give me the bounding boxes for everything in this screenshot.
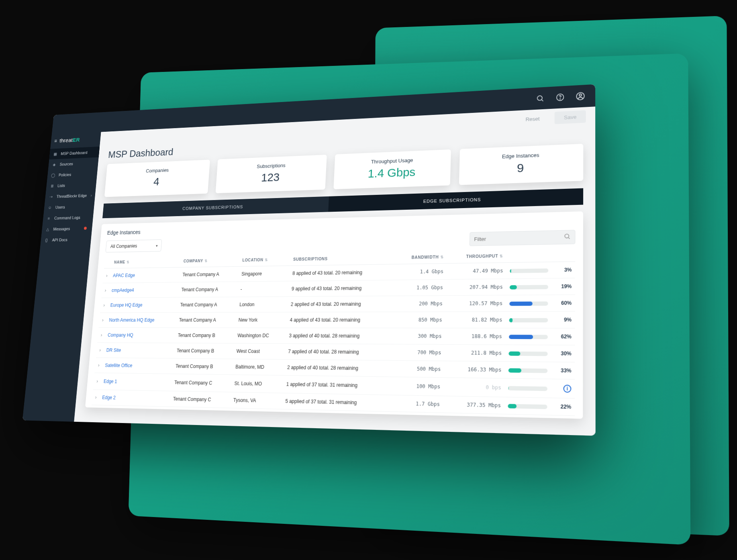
edge-name-link[interactable]: North America HQ Edge [109, 317, 155, 323]
users-icon: ☺ [47, 205, 53, 210]
cell-throughput: 120.57 Mbps [469, 300, 503, 307]
cell-location: St. Louis, MO [231, 375, 284, 393]
table-row: ›North America HQ EdgeTenant Company ANe… [99, 311, 575, 328]
content-area: Reset Save MSP Dashboard Companies 4 Sub… [74, 106, 596, 435]
throughput-bar [508, 368, 548, 373]
cell-bandwidth: 200 Mbps [419, 301, 443, 307]
sort-icon: ⇅ [204, 259, 208, 263]
cell-bandwidth: 1.4 Gbps [420, 269, 443, 275]
cell-throughput: 207.94 Mbps [470, 284, 503, 290]
cell-throughput: 81.82 Mbps [472, 317, 502, 323]
sort-icon: ⇅ [265, 258, 268, 262]
sidebar-item-label: API Docs [52, 237, 67, 242]
throughput-pct: 30% [555, 350, 572, 356]
cell-location: Singapore [238, 266, 290, 282]
throughput-bar [508, 352, 547, 356]
save-button[interactable]: Save [555, 110, 586, 124]
edge-icon: ⇢ [48, 194, 53, 199]
table-row: ›Company HQTenant Company BWashington DC… [97, 327, 575, 345]
svg-point-0 [537, 96, 542, 100]
edge-name-link[interactable]: Edge 2 [102, 395, 116, 401]
throughput-bar [509, 335, 548, 339]
account-icon[interactable] [576, 92, 585, 101]
card-subscriptions: Subscriptions 123 [216, 155, 327, 193]
edge-instances-panel: Edge Instances All Companies ▾ [85, 211, 583, 419]
sidebar-item-threatblockr-edge[interactable]: ⇢ ThreatBlockr Edge › [45, 190, 96, 202]
cell-bandwidth: 700 Mbps [417, 349, 441, 356]
sidebar-item-label: Policies [59, 172, 71, 177]
edge-name-link[interactable]: Company HQ [108, 332, 134, 338]
app-window: ≡ threatER ▦ MSP Dashboard ◈ Sources ◯ P… [22, 84, 596, 436]
cell-subscriptions: 3 applied of 40 total. 28 remaining [286, 328, 392, 344]
edge-name-link[interactable]: Edge 1 [103, 378, 117, 384]
throughput-bar [509, 301, 548, 306]
sources-icon: ◈ [52, 162, 57, 167]
throughput-pct: 19% [555, 283, 572, 289]
col-bandwidth[interactable]: BANDWIDTH⇅ [394, 251, 447, 264]
cell-location: New York [235, 312, 287, 328]
caret-down-icon: ▾ [156, 243, 158, 247]
edge-name-link[interactable]: APAC Edge [113, 273, 135, 278]
shield-icon: ◯ [51, 173, 56, 178]
col-company[interactable]: COMPANY⇅ [180, 254, 240, 268]
cell-company: Tenant Company B [173, 343, 234, 359]
search-icon[interactable] [535, 94, 545, 103]
throughput-pct: 22% [554, 403, 571, 410]
edge-name-link[interactable]: Europe HQ Edge [110, 302, 143, 308]
table-body: ›APAC EdgeTenant Company ASingapore8 app… [92, 262, 575, 416]
svg-line-7 [568, 237, 570, 239]
cell-bandwidth: 500 Mbps [417, 366, 441, 372]
cell-throughput: 211.8 Mbps [471, 350, 502, 356]
throughput-bar [510, 285, 548, 289]
edge-name-link[interactable]: Satellite Office [105, 363, 133, 368]
sidebar-item-label: Users [55, 205, 65, 210]
sidebar-item-users[interactable]: ☺ Users [44, 200, 95, 213]
cell-location: Washington DC [234, 328, 286, 343]
cell-subscriptions: 4 applied of 43 total. 20 remaining [286, 312, 392, 328]
notification-badge [84, 227, 87, 229]
sidebar-item-api-docs[interactable]: {} API Docs [40, 233, 92, 245]
chevron-right-icon: › [90, 193, 92, 197]
throughput-pct: 9% [555, 317, 572, 323]
cell-bandwidth: 100 Mbps [416, 383, 440, 390]
col-throughput[interactable]: THROUGHPUT⇅ [447, 249, 507, 264]
company-filter-select[interactable]: All Companies ▾ [106, 239, 162, 253]
reset-button[interactable]: Reset [517, 112, 549, 126]
edge-name-link[interactable]: DR Site [106, 347, 121, 353]
svg-line-1 [542, 100, 543, 101]
cell-location: West Coast [233, 343, 286, 360]
cell-location: Baltimore, MD [232, 359, 285, 376]
cell-subscriptions: 7 applied of 40 total. 28 remaining [284, 343, 391, 360]
cell-bandwidth: 1.7 Gbps [416, 401, 440, 407]
code-icon: {} [44, 237, 49, 243]
lists-icon: ≣ [49, 183, 55, 188]
filter-input[interactable] [474, 234, 560, 242]
sidebar-item-label: Sources [59, 161, 73, 166]
cell-subscriptions: 9 applied of 43 total. 20 remaining [288, 280, 394, 296]
search-icon [563, 233, 570, 241]
sidebar-item-label: Lists [57, 183, 65, 188]
sidebar-item-command-logs[interactable]: ≡ Command Logs [43, 212, 94, 224]
cell-subscriptions: 5 applied of 37 total. 31 remaining [282, 393, 390, 411]
throughput-bar [508, 386, 547, 391]
cell-throughput: 377.35 Mbps [467, 402, 501, 409]
sidebar-item-messages[interactable]: △ Messages [41, 223, 92, 235]
card-companies: Companies 4 [104, 159, 210, 197]
hamburger-icon[interactable]: ≡ [54, 138, 57, 143]
cell-location: London [236, 296, 288, 312]
sort-icon: ⇅ [440, 255, 444, 259]
cell-subscriptions: 8 applied of 43 total. 20 remaining [289, 264, 394, 281]
filter-box[interactable] [470, 230, 576, 246]
col-name[interactable]: NAME⇅ [111, 255, 181, 268]
card-value: 4 [108, 174, 206, 190]
info-icon[interactable]: i [563, 385, 571, 393]
cell-throughput: 166.33 Mbps [468, 366, 502, 373]
svg-point-3 [560, 99, 560, 99]
cell-bandwidth: 300 Mbps [418, 333, 442, 339]
sidebar-item-label: Command Logs [54, 215, 80, 221]
help-icon[interactable] [555, 93, 565, 102]
cell-company: Tenant Company A [178, 282, 238, 297]
edge-name-link[interactable]: cmpAedge4 [111, 288, 134, 293]
col-location[interactable]: LOCATION⇅ [239, 253, 290, 267]
cell-subscriptions: 2 applied of 40 total. 28 remaining [284, 360, 390, 377]
